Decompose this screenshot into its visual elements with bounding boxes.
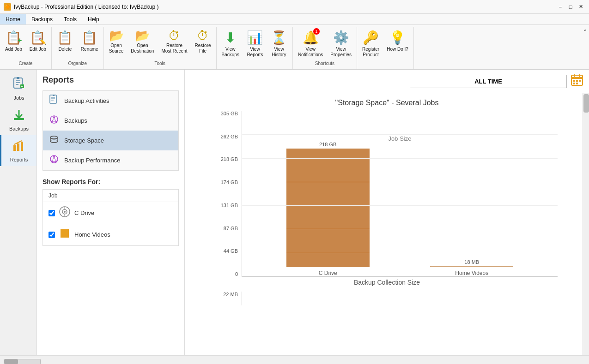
- y-label-131: 131 GB: [221, 203, 238, 208]
- backup-performance-icon: [49, 154, 60, 167]
- main-layout: + Jobs Backups Reports Reports Backup Ac: [0, 70, 589, 355]
- register-product-button[interactable]: 🔑 RegisterProduct: [359, 27, 383, 60]
- scrollbar-thumb: [583, 94, 589, 113]
- c-drive-label: C Drive: [74, 209, 94, 216]
- home-videos-checkbox[interactable]: [49, 232, 55, 238]
- backups-label: Backups: [9, 126, 29, 131]
- reports-label: Reports: [10, 157, 28, 162]
- sidebar-item-backups[interactable]: Backups: [0, 104, 36, 135]
- reports-icon: [12, 139, 26, 156]
- add-job-button[interactable]: 📋 + Add Job: [2, 27, 25, 54]
- jobs-icon: +: [12, 77, 26, 94]
- ribbon-collapse[interactable]: ⌃: [581, 27, 589, 36]
- reports-panel: Reports Backup Activities Backups Storag…: [37, 70, 185, 355]
- minimize-button[interactable]: −: [556, 2, 565, 12]
- svg-point-17: [53, 116, 55, 118]
- chart-area: ALL TIME "Stor: [185, 70, 589, 355]
- svg-rect-7: [14, 118, 24, 120]
- app-icon: 🔶: [4, 3, 11, 11]
- ribbon-group-view: ⬇ ViewBackups 📊 ViewReports ⏳ ViewHistor…: [217, 27, 293, 69]
- storage-space-icon: [49, 134, 60, 147]
- svg-rect-43: [579, 80, 581, 82]
- jobs-label: Jobs: [13, 95, 24, 101]
- job-column-header: Job: [43, 190, 178, 202]
- grid-line-3: [242, 158, 558, 159]
- open-source-label: OpenSource: [109, 43, 124, 54]
- menu-home[interactable]: Home: [0, 14, 26, 24]
- rename-button[interactable]: 📋 Rename: [78, 27, 102, 54]
- menu-tools[interactable]: Tools: [58, 14, 82, 24]
- status-bar: [0, 355, 589, 364]
- open-destination-button[interactable]: 📂 OpenDestination: [128, 27, 157, 56]
- close-button[interactable]: ✕: [576, 2, 585, 12]
- view-backups-button[interactable]: ⬇ ViewBackups: [219, 27, 243, 60]
- svg-rect-45: [576, 83, 578, 84]
- calendar-icon[interactable]: [571, 73, 583, 89]
- edit-job-button[interactable]: 📋 ✏️ Edit Job: [26, 27, 49, 54]
- report-backups[interactable]: Backups: [43, 111, 178, 131]
- c-drive-checkbox[interactable]: [49, 210, 55, 216]
- sidebar-item-reports[interactable]: Reports: [0, 135, 36, 166]
- svg-point-24: [50, 140, 58, 143]
- open-source-button[interactable]: 📂 OpenSource: [106, 27, 127, 56]
- view-properties-label: ViewProperties: [330, 47, 352, 58]
- view-history-button[interactable]: ⏳ ViewHistory: [267, 27, 291, 60]
- job-c-drive: C Drive: [43, 202, 178, 224]
- restore-file-button[interactable]: ⏱ RestoreFile: [192, 27, 214, 56]
- maximize-button[interactable]: □: [566, 2, 575, 12]
- ribbon-group-tools: 📂 OpenSource 📂 OpenDestination ⏱ Restore…: [104, 27, 217, 69]
- menu-backups[interactable]: Backups: [26, 14, 58, 24]
- create-group-label: Create: [18, 61, 32, 67]
- status-scrollbar[interactable]: [4, 359, 41, 364]
- grid-line-7: [242, 253, 558, 253]
- view-properties-button[interactable]: ⚙️ ViewProperties: [327, 27, 355, 60]
- svg-point-26: [53, 156, 55, 158]
- y-label-262: 262 GB: [221, 134, 238, 139]
- svg-rect-41: [573, 80, 575, 82]
- y-axis: 305 GB 262 GB 218 GB 174 GB 131 GB 87 GB…: [216, 111, 242, 277]
- delete-button[interactable]: 📋 Delete: [54, 27, 77, 54]
- svg-rect-11: [50, 95, 56, 103]
- grid-line-6: [242, 229, 558, 229]
- report-storage-space[interactable]: Storage Space: [43, 131, 178, 150]
- delete-label: Delete: [58, 47, 72, 52]
- svg-rect-38: [571, 77, 583, 79]
- svg-text:+: +: [21, 84, 23, 89]
- svg-point-34: [64, 211, 66, 213]
- y-label-305: 305 GB: [221, 111, 238, 116]
- chart-scrollbar[interactable]: [583, 93, 589, 355]
- view-notifications-button[interactable]: 🔔 1 ViewNotifications: [295, 27, 326, 60]
- grid-line-5: [242, 205, 558, 206]
- rename-label: Rename: [81, 47, 98, 52]
- grid-line-1: [242, 111, 558, 111]
- c-drive-icon: [59, 206, 71, 220]
- y-label-174: 174 GB: [221, 179, 238, 185]
- backups-report-icon: [49, 114, 60, 127]
- y-label-218: 218 GB: [221, 156, 238, 162]
- all-time-button[interactable]: ALL TIME: [410, 75, 567, 88]
- menu-help[interactable]: Help: [82, 14, 105, 24]
- svg-rect-42: [576, 80, 578, 82]
- restore-most-recent-button[interactable]: ⏱ RestoreMost Recent: [158, 27, 190, 56]
- backups-icon: [12, 108, 26, 125]
- y-label-44: 44 GB: [224, 248, 238, 254]
- grid-line-2: [242, 134, 558, 135]
- menu-bar: Home Backups Tools Help: [0, 14, 589, 25]
- status-scrollbar-thumb: [4, 359, 18, 364]
- report-backup-activities[interactable]: Backup Activities: [43, 91, 178, 111]
- app-title: IvyBackup - Professional Edition ( Licen…: [14, 4, 158, 10]
- shortcuts-group-label: Shortcuts: [315, 61, 334, 67]
- sidebar-item-jobs[interactable]: + Jobs: [0, 73, 36, 104]
- how-do-i-label: How Do I?: [387, 47, 408, 52]
- view-reports-button[interactable]: 📊 ViewReports: [243, 27, 267, 60]
- ribbon: 📋 + Add Job 📋 ✏️ Edit Job Create 📋 D: [0, 25, 589, 70]
- title-bar: 🔶 IvyBackup - Professional Edition ( Lic…: [0, 0, 589, 14]
- how-do-i-button[interactable]: 💡 How Do I?: [383, 27, 412, 54]
- left-sidebar: + Jobs Backups Reports: [0, 70, 37, 355]
- view-notifications-label: ViewNotifications: [298, 47, 323, 58]
- backup-performance-label: Backup Performance: [64, 157, 120, 164]
- svg-rect-9: [17, 143, 19, 151]
- report-backup-performance[interactable]: Backup Performance: [43, 150, 178, 170]
- reports-panel-title: Reports: [43, 75, 179, 85]
- window-controls: − □ ✕: [556, 2, 585, 12]
